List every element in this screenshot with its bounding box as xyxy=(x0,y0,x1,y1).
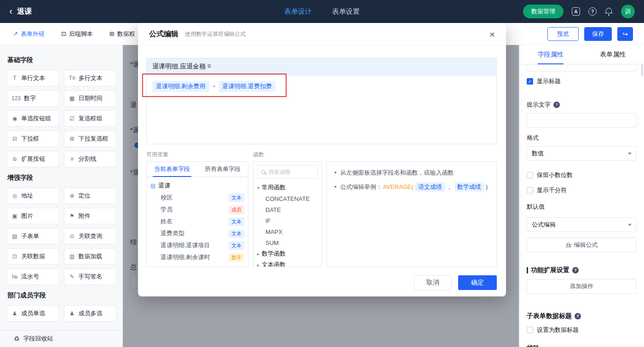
dialog-columns: 可用变量 当前表单字段 所有表单字段 ▤ 退课 校区文本学员成员姓名文本退费类型… xyxy=(146,151,497,267)
field-type-location[interactable]: ⊕定位 xyxy=(64,188,117,204)
help-icon[interactable]: ? xyxy=(572,267,579,273)
field-type-attachment[interactable]: ⚑附件 xyxy=(64,208,117,224)
field-type-serial-number[interactable]: №流水号 xyxy=(6,268,59,285)
toolbar-links: ↗表单外链⊡后端脚本⊞数据权 xyxy=(0,30,135,38)
field-type-extend-button[interactable]: ⊜扩展按钮 xyxy=(6,151,59,167)
variable-field-row[interactable]: 学员成员 xyxy=(150,204,244,216)
default-value-select[interactable]: 公式编辑 xyxy=(527,217,637,232)
field-type-linked-data[interactable]: ⊡关联数据 xyxy=(6,248,59,265)
field-type-multi-line-text[interactable]: T≡多行文本 xyxy=(64,70,117,86)
field-type-label: 定位 xyxy=(79,192,91,200)
variable-field-row[interactable]: 退费类型文本 xyxy=(150,228,244,239)
field-type-member-single[interactable]: ♟成员单选 xyxy=(6,305,59,322)
variable-field-row[interactable]: 退课明细.剩余课时数字 xyxy=(150,251,244,263)
tab-all-form-fields[interactable]: 所有表单字段 xyxy=(197,162,248,176)
field-type-linked-query[interactable]: ⊙关联查询 xyxy=(64,228,117,245)
toolbar-link-backend-script[interactable]: ⊡后端脚本 xyxy=(61,30,93,38)
hint-text-input[interactable] xyxy=(527,113,637,128)
language-icon[interactable]: A xyxy=(572,7,580,16)
field-type-tag: 文本 xyxy=(229,229,244,238)
format-label: 格式 xyxy=(527,134,637,142)
function-group[interactable]: ▾常用函数 xyxy=(253,182,322,193)
help-icon[interactable]: ? xyxy=(575,313,581,319)
tab-form-settings[interactable]: 表单设置 xyxy=(332,7,360,16)
field-type-single-line-text[interactable]: T单行文本 xyxy=(6,70,59,86)
field-type-image[interactable]: ▣图片 xyxy=(6,208,59,224)
edit-formula-button[interactable]: fx 编辑公式 xyxy=(527,238,637,252)
field-type-data-load[interactable]: ▥数据加载 xyxy=(64,248,117,265)
notification-bell-icon[interactable] xyxy=(605,7,613,16)
toolbar-link-form-external-link[interactable]: ↗表单外链 xyxy=(13,30,45,38)
variable-field-row[interactable]: 退课明细.退课项目文本 xyxy=(150,239,244,251)
field-token[interactable]: 退课明细.退费扣费 xyxy=(218,81,276,92)
format-select[interactable]: 数值 xyxy=(527,146,637,161)
tab-current-form-fields[interactable]: 当前表单字段 xyxy=(147,162,197,176)
variables-tabs: 当前表单字段 所有表单字段 xyxy=(147,162,248,177)
field-type-label: 成员单选 xyxy=(21,309,45,318)
field-type-signature[interactable]: ✎手写签名 xyxy=(64,268,117,285)
field-type-label: 流水号 xyxy=(21,273,39,281)
share-button[interactable]: ↪ xyxy=(617,27,633,41)
properties-panel: 字段属性 表单属性 ✓ 显示标题 提示文字 ? 格式 数值 ✓ 保留小数位数 xyxy=(519,45,644,347)
functions-box: 搜索函数 ▾常用函数CONCATENATEDATEIFMAPXSUM▸数学函数▸… xyxy=(253,161,322,267)
field-type-subform[interactable]: ▤子表单 xyxy=(6,228,59,245)
data-manage-button[interactable]: 数据管理 xyxy=(523,5,564,18)
function-search-input[interactable]: 搜索函数 xyxy=(257,165,318,178)
cropped-input[interactable] xyxy=(527,64,637,71)
field-type-tag: 数字 xyxy=(229,253,244,262)
formula-section: 退课明细.应退金额 = 退课明细.剩余费用-退课明细.退费扣费 xyxy=(146,58,497,144)
extend-button-icon: ⊜ xyxy=(12,156,18,162)
function-item[interactable]: IF xyxy=(253,215,322,226)
avatar[interactable]: 训 xyxy=(621,5,635,18)
help-icon[interactable]: ? xyxy=(553,102,560,108)
field-type-member-multi[interactable]: ♟成员多选 xyxy=(64,305,117,322)
search-placeholder: 搜索函数 xyxy=(269,168,291,176)
data-load-icon: ▥ xyxy=(69,253,75,260)
checkbox-group-icon: ☑ xyxy=(69,115,75,122)
toolbar-link-data-permission[interactable]: ⊞数据权 xyxy=(109,30,135,38)
chevron-right-icon: ▸ xyxy=(257,262,259,267)
help-icon[interactable]: ? xyxy=(588,7,597,16)
field-type-radio-group[interactable]: ◉单选按钮组 xyxy=(6,110,59,127)
field-type-checkbox-group[interactable]: ☑复选框组 xyxy=(64,110,117,127)
checkbox-unchecked-icon: ✓ xyxy=(527,187,533,193)
field-type-multi-select[interactable]: ⊞下拉复选框 xyxy=(64,131,117,147)
tab-form-design[interactable]: 表单设计 xyxy=(284,7,312,16)
thousand-separator-checkbox[interactable]: ✓ 显示千分符 xyxy=(527,186,637,194)
scrollbar-thumb[interactable] xyxy=(641,64,643,76)
function-item[interactable]: CONCATENATE xyxy=(253,193,322,204)
set-data-title-checkbox[interactable]: ✓ 设置为数据标题 xyxy=(527,326,637,334)
function-group[interactable]: ▸数学函数 xyxy=(253,248,322,259)
chevron-down-icon xyxy=(628,153,632,155)
function-item[interactable]: DATE xyxy=(253,204,322,215)
preview-button[interactable]: 预览 xyxy=(547,27,579,41)
field-type-datetime[interactable]: ▦日期时间 xyxy=(64,90,117,107)
subform-title-heading: 子表单数据标题 ? xyxy=(527,312,637,320)
field-type-select[interactable]: ⊟下拉框 xyxy=(6,131,59,147)
function-group[interactable]: ▸文本函数 xyxy=(253,259,322,267)
keep-decimal-checkbox[interactable]: ✓ 保留小数位数 xyxy=(527,171,637,179)
formula-editor-area[interactable]: 退课明细.剩余费用-退课明细.退费扣费 xyxy=(147,75,496,144)
variable-field-row[interactable]: 姓名文本 xyxy=(150,216,244,228)
field-grid: ◎地址⊕定位▣图片⚑附件▤子表单⊙关联查询⊡关联数据▥数据加载№流水号✎手写签名 xyxy=(6,188,116,285)
field-token[interactable]: 退课明细.剩余费用 xyxy=(152,81,209,92)
field-type-number[interactable]: 123数字 xyxy=(6,90,59,107)
field-type-label: 分割线 xyxy=(79,155,97,163)
save-button[interactable]: 保存 xyxy=(584,27,612,41)
field-type-address[interactable]: ◎地址 xyxy=(6,188,59,204)
cancel-button[interactable]: 取消 xyxy=(414,275,452,290)
tab-form-properties[interactable]: 表单属性 xyxy=(582,45,644,64)
back-button[interactable]: ‹ xyxy=(9,6,12,17)
close-icon[interactable]: × xyxy=(489,30,495,39)
tab-field-properties[interactable]: 字段属性 xyxy=(519,45,582,64)
tree-root-form[interactable]: ▤ 退课 xyxy=(150,180,244,192)
variable-field-row[interactable]: 校区文本 xyxy=(150,192,244,204)
field-type-divider[interactable]: ≡分割线 xyxy=(64,151,117,167)
show-title-checkbox[interactable]: ✓ 显示标题 xyxy=(527,77,637,85)
add-action-button[interactable]: 添加操作 xyxy=(527,279,637,294)
field-recycle-bin[interactable]: ♻ 字段回收站 xyxy=(0,330,123,347)
confirm-button[interactable]: 确定 xyxy=(458,275,497,290)
field-type-label: 附件 xyxy=(79,212,91,220)
function-item[interactable]: SUM xyxy=(253,237,322,248)
function-item[interactable]: MAPX xyxy=(253,226,322,237)
